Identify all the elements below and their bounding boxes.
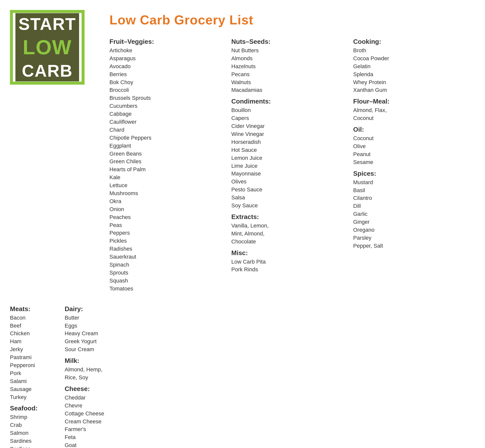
list-item: Jerky	[10, 345, 60, 353]
list-item: Vanilla, Lemon,	[231, 222, 348, 230]
list-item: Peppers	[109, 229, 226, 237]
list-item: Avocado	[109, 62, 226, 70]
list-item: Asparagus	[109, 55, 226, 62]
flour-meal-header: Flour–Meal:	[353, 98, 470, 105]
list-item: Almond, Hemp,	[65, 366, 124, 374]
list-item: Farmer's	[65, 425, 124, 433]
list-item: Green Chiles	[109, 158, 226, 166]
list-item: Eggs	[65, 322, 124, 330]
list-item: Salami	[10, 377, 60, 385]
list-item: Oregano	[353, 226, 470, 234]
list-item: Berries	[109, 70, 226, 78]
page-title: Low Carb Grocery List	[109, 12, 475, 27]
list-item: Chocolate	[231, 238, 348, 246]
extracts-items: Vanilla, Lemon,Mint, Almond,Chocolate	[231, 222, 348, 246]
list-item: Sprouts	[109, 269, 226, 277]
misc-header: Misc:	[231, 249, 348, 257]
list-item: Gelatin	[353, 62, 470, 70]
list-item: Brussels Sprouts	[109, 94, 226, 102]
list-item: Cauliflower	[109, 118, 226, 126]
condiments-items: BouillonCapersCider VinegarWine VinegarH…	[231, 106, 348, 210]
oil-header: Oil:	[353, 126, 470, 133]
list-item: Tomatoes	[109, 285, 226, 293]
list-item: Xanthan Gum	[353, 86, 470, 94]
list-item: Chicken	[10, 330, 60, 337]
list-item: Peanut	[353, 150, 470, 158]
list-item: Lemon Juice	[231, 154, 348, 162]
list-item: Hot Sauce	[231, 146, 348, 154]
list-item: Cottage Cheese	[65, 410, 124, 418]
list-item: Capers	[231, 114, 348, 122]
list-item: Pork	[10, 369, 60, 377]
list-item: Butter	[65, 314, 124, 322]
flour-meal-items: Almond, Flax,Coconut	[353, 106, 470, 122]
logo-area: START LOW CARB	[10, 10, 95, 293]
list-item: Splenda	[353, 70, 470, 78]
list-item: Dill	[353, 202, 470, 210]
list-item: Pecans	[231, 70, 348, 78]
list-item: Mustard	[353, 178, 470, 186]
cooking-items: BrothCocoa PowderGelatinSplendaWhey Prot…	[353, 47, 470, 94]
meats-items: BaconBeefChickenHamJerkyPastramiPepperon…	[10, 314, 60, 401]
list-item: Horseradish	[231, 138, 348, 146]
list-item: Pesto Sauce	[231, 186, 348, 194]
list-item: Goat	[65, 441, 124, 448]
fruit-veggies-header: Fruit–Veggies:	[109, 38, 226, 46]
bottom-left: Meats: BaconBeefChickenHamJerkyPastramiP…	[10, 302, 475, 448]
list-item: Chard	[109, 126, 226, 134]
list-item: Heavy Cream	[65, 330, 124, 337]
list-item: Cream Cheese	[65, 418, 124, 426]
list-item: Broccoli	[109, 86, 226, 94]
col-cooking: Cooking: BrothCocoa PowderGelatinSplenda…	[353, 34, 475, 293]
list-item: Spinach	[109, 261, 226, 269]
misc-items: Low Carb PitaPork Rinds	[231, 258, 348, 274]
list-item: Walnuts	[231, 78, 348, 86]
list-item: Crab	[10, 421, 60, 429]
list-item: Lettuce	[109, 181, 226, 189]
oil-items: CoconutOlivePeanutSesame	[353, 134, 470, 166]
milk-header: Milk:	[65, 357, 124, 365]
nuts-seeds-header: Nuts–Seeds:	[231, 38, 348, 46]
list-item: Chipotle Peppers	[109, 134, 226, 142]
list-item: Cocoa Powder	[353, 55, 470, 62]
list-item: Broth	[353, 47, 470, 55]
list-item: Lime Juice	[231, 162, 348, 170]
list-item: Squash	[109, 277, 226, 285]
list-item: Kale	[109, 173, 226, 181]
logo-box: START LOW CARB	[10, 10, 85, 85]
list-item: Cider Vinegar	[231, 122, 348, 130]
list-item: Bacon	[10, 314, 60, 322]
dairy-items: ButterEggsHeavy CreamGreek YogurtSour Cr…	[65, 314, 124, 353]
list-item: Beef	[10, 322, 60, 330]
list-item: Cheddar	[65, 394, 124, 402]
list-item: Scallops	[10, 445, 60, 448]
list-item: Pepperoni	[10, 361, 60, 369]
cooking-header: Cooking:	[353, 38, 470, 46]
list-item: Ginger	[353, 218, 470, 226]
list-item: Cabbage	[109, 110, 226, 118]
list-item: Onion	[109, 205, 226, 213]
top-columns: Fruit–Veggies: ArtichokeAsparagusAvocado…	[109, 34, 475, 293]
list-item: Almonds	[231, 55, 348, 62]
list-item: Mint, Almond,	[231, 230, 348, 238]
list-item: Soy Sauce	[231, 202, 348, 210]
list-item: Olives	[231, 178, 348, 186]
meats-header: Meats:	[10, 305, 60, 313]
list-item: Nut Butters	[231, 47, 348, 55]
list-item: Bouillon	[231, 106, 348, 114]
logo-line2: LOW	[15, 35, 79, 60]
list-item: Pork Rinds	[231, 266, 348, 274]
list-item: Wine Vinegar	[231, 130, 348, 138]
nuts-seeds-items: Nut ButtersAlmondsHazelnutsPecansWalnuts…	[231, 47, 348, 94]
list-item: Okra	[109, 197, 226, 205]
logo-line3: CARB	[15, 60, 79, 81]
logo-line1: START	[15, 13, 79, 35]
list-item: Whey Protein	[353, 78, 470, 86]
spices-header: Spices:	[353, 170, 470, 177]
list-item: Olive	[353, 142, 470, 150]
list-item: Almond, Flax,	[353, 106, 470, 114]
list-item: Green Beans	[109, 150, 226, 158]
seafood-header: Seafood:	[10, 404, 60, 412]
list-item: Turkey	[10, 393, 60, 401]
list-item: Salsa	[231, 194, 348, 202]
